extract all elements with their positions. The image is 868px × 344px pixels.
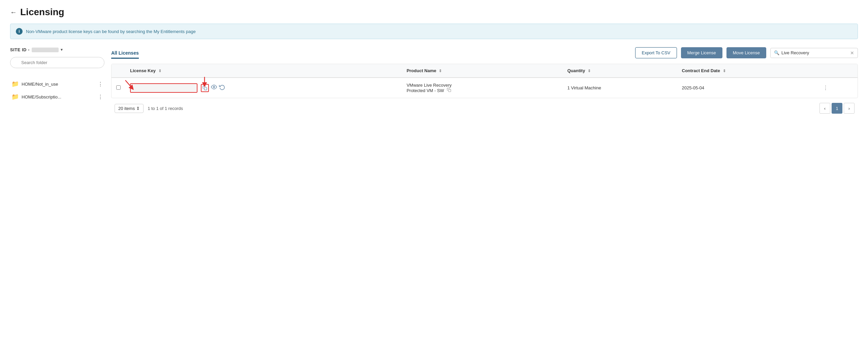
- sidebar: SITE ID - ▾ 🔍 📁 HOME/Not_in_use ⋮: [10, 47, 104, 115]
- folder-icon: 📁: [11, 80, 19, 88]
- site-id-label: SITE ID -: [10, 47, 30, 52]
- row-checkbox[interactable]: [116, 85, 121, 90]
- sort-arrows-contract-end-date[interactable]: ⇕: [723, 69, 726, 73]
- search-clear-icon[interactable]: ✕: [850, 50, 854, 56]
- folder-name: HOME/Not_in_use: [22, 82, 58, 87]
- search-input[interactable]: [781, 50, 848, 55]
- search-folder-input[interactable]: [10, 57, 104, 68]
- copy-product-name-button[interactable]: [447, 88, 451, 93]
- refresh-license-button[interactable]: [219, 84, 225, 92]
- svg-line-0: [125, 80, 132, 88]
- product-name-line2: Protected VM - SW: [407, 88, 444, 93]
- items-per-page-label: 20 items: [118, 106, 135, 111]
- folder-more-menu[interactable]: ⋮: [98, 94, 103, 100]
- chevron-down-icon: ▾: [61, 48, 63, 52]
- tab-all-licenses[interactable]: All Licenses: [111, 50, 139, 59]
- column-contract-end-date[interactable]: Contract End Date ⇕: [677, 64, 818, 78]
- table-footer: 20 items ⇕ 1 to 1 of 1 records ‹ 1 ›: [111, 98, 858, 115]
- search-folder-wrapper: 🔍: [10, 57, 104, 73]
- table-row: VMware Live Recovery Protected VM - SW: [112, 78, 858, 98]
- folder-icon: 📁: [11, 93, 19, 101]
- pagination-page-1-button[interactable]: 1: [832, 103, 842, 114]
- svg-point-3: [213, 86, 215, 88]
- folder-item[interactable]: 📁 HOME/Not_in_use ⋮: [10, 78, 104, 90]
- folder-item[interactable]: 📁 HOME/Subscriptio... ⋮: [10, 90, 104, 103]
- action-icons: [201, 84, 225, 92]
- sort-arrows-license-key[interactable]: ⇕: [158, 69, 161, 73]
- licenses-table: License Key ⇕ Product Name ⇕ Quantity ⇕: [112, 64, 858, 98]
- svg-rect-4: [448, 89, 451, 92]
- annotation-arrow-2: [199, 75, 213, 89]
- items-per-page-selector[interactable]: 20 items ⇕: [115, 104, 144, 113]
- folder-more-menu[interactable]: ⋮: [98, 81, 103, 87]
- license-key-box: [130, 83, 197, 93]
- sort-arrows-quantity[interactable]: ⇕: [588, 69, 591, 73]
- licenses-table-wrapper: License Key ⇕ Product Name ⇕ Quantity ⇕: [111, 64, 858, 98]
- column-product-name[interactable]: Product Name ⇕: [402, 64, 563, 78]
- site-id-value: [32, 48, 59, 52]
- pagination: ‹ 1 ›: [819, 103, 855, 114]
- column-row-actions: [818, 64, 858, 78]
- items-per-page-arrow: ⇕: [136, 106, 140, 111]
- page-header: ← Licensing: [10, 7, 858, 18]
- contract-end-date-cell: 2025-05-04: [677, 78, 818, 98]
- records-count-text: 1 to 1 of 1 records: [148, 106, 183, 111]
- folder-list: 📁 HOME/Not_in_use ⋮ 📁 HOME/Subscriptio..…: [10, 78, 104, 103]
- column-quantity[interactable]: Quantity ⇕: [563, 64, 677, 78]
- quantity-cell: 1 Virtual Machine: [563, 78, 677, 98]
- info-banner-text: Non-VMware product license keys can be f…: [26, 29, 196, 34]
- page-title: Licensing: [20, 7, 64, 18]
- row-more-cell: ⋮: [818, 78, 858, 98]
- toolbar: All Licenses Export To CSV Merge License…: [111, 47, 858, 58]
- back-button[interactable]: ←: [10, 8, 17, 16]
- site-id-selector[interactable]: SITE ID - ▾: [10, 47, 104, 52]
- product-name-cell: VMware Live Recovery Protected VM - SW: [402, 78, 563, 98]
- license-key-cell: [125, 78, 402, 98]
- merge-license-button[interactable]: Merge License: [681, 47, 722, 58]
- export-csv-button[interactable]: Export To CSV: [635, 47, 677, 58]
- column-checkbox: [112, 64, 125, 78]
- search-magnifier-icon: 🔍: [774, 50, 779, 55]
- column-license-key[interactable]: License Key ⇕: [125, 64, 402, 78]
- row-more-menu[interactable]: ⋮: [823, 85, 828, 91]
- move-license-button[interactable]: Move License: [726, 47, 766, 58]
- product-name-line1: VMware Live Recovery: [407, 83, 452, 88]
- info-icon: i: [16, 28, 23, 35]
- folder-name: HOME/Subscriptio...: [22, 94, 61, 99]
- main-layout: SITE ID - ▾ 🔍 📁 HOME/Not_in_use ⋮: [10, 47, 858, 115]
- info-banner: i Non-VMware product license keys can be…: [10, 24, 858, 39]
- pagination-next-button[interactable]: ›: [844, 103, 855, 114]
- sort-arrows-product-name[interactable]: ⇕: [439, 69, 442, 73]
- main-content: All Licenses Export To CSV Merge License…: [111, 47, 858, 115]
- footer-left: 20 items ⇕ 1 to 1 of 1 records: [115, 104, 183, 113]
- tab-bar: All Licenses: [111, 50, 139, 56]
- search-bar: 🔍 ✕: [770, 48, 858, 58]
- pagination-prev-button[interactable]: ‹: [819, 103, 830, 114]
- table-header-row: License Key ⇕ Product Name ⇕ Quantity ⇕: [112, 64, 858, 78]
- annotation-arrow-1: [122, 79, 135, 92]
